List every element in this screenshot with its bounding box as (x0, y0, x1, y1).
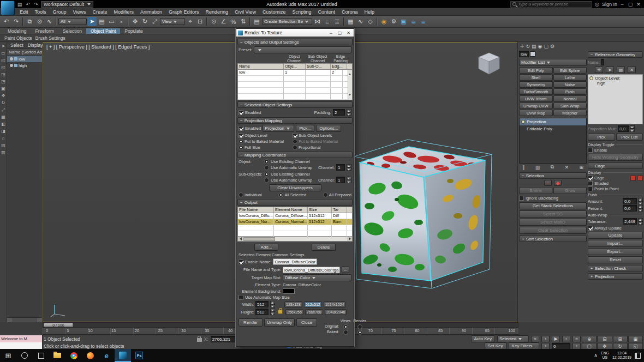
put-to-baked-material-radio[interactable] (238, 139, 243, 144)
previous-key-icon[interactable]: ‹ (541, 343, 550, 349)
lock-aspect-icon[interactable] (278, 310, 283, 314)
motion-tab-icon[interactable]: ◉ (538, 44, 542, 49)
minimize-window-icon[interactable]: – (619, 2, 625, 7)
edit-named-selections-icon[interactable]: ▤ (252, 17, 261, 26)
modifier-button[interactable]: Push (553, 88, 587, 95)
modifier-button[interactable]: Edit Spline (553, 67, 587, 74)
schematic-view-icon[interactable]: ◇ (366, 17, 375, 26)
start-button[interactable]: ⊞ (0, 349, 16, 362)
action-center-icon[interactable] (635, 353, 641, 359)
left-toolbar-icon[interactable]: ◱ (1, 65, 5, 70)
list-item[interactable]: high (7, 62, 42, 69)
rollout-cage[interactable]: − Cage (588, 162, 643, 169)
left-toolbar-icon[interactable]: ⤢ (2, 107, 5, 113)
percent-snap-icon[interactable]: % (229, 17, 238, 26)
next-key-icon[interactable]: › (573, 343, 581, 349)
snap-toggle-icon[interactable]: ⊙ (209, 17, 218, 26)
use-pivot-center-icon[interactable]: ⌖ (186, 17, 195, 26)
height-field[interactable]: 512 (255, 309, 269, 315)
object-level-checkbox[interactable] (238, 133, 243, 138)
vertex-select-icon[interactable]: ∴ (544, 180, 552, 186)
list-item[interactable]: low (7, 56, 42, 62)
element-background-swatch[interactable] (283, 288, 295, 294)
window-crossing-icon[interactable]: ▫ (117, 17, 126, 26)
signin-button[interactable]: Sign In (602, 2, 617, 7)
dialog-close-button[interactable]: ✕ (345, 31, 352, 35)
modifier-list-select[interactable]: Modifier List (519, 59, 587, 66)
menu-civil-view[interactable]: Civil View (231, 9, 259, 15)
tab-modeling[interactable]: Modeling (3, 28, 31, 34)
projection-enabled-checkbox[interactable] (238, 126, 243, 131)
cage-color-icon[interactable] (630, 176, 636, 180)
panel-brush-settings[interactable]: Brush Settings (35, 35, 65, 41)
left-toolbar-icon[interactable]: ↻ (2, 100, 5, 106)
chrome-icon[interactable] (65, 349, 82, 362)
select-sg-button[interactable]: Select SG (519, 210, 587, 218)
help-search-box[interactable] (510, 1, 592, 8)
pick-reference-icon[interactable]: ➤ (606, 67, 614, 73)
left-toolbar-icon[interactable]: ◳ (1, 79, 5, 85)
left-toolbar-icon[interactable]: ◧ (1, 122, 5, 127)
table-row-selected[interactable]: lowCorona_Nor... Corona_Normal... 512x51… (238, 219, 352, 225)
object-table-header[interactable]: Name Obje... Sub-O... Edg... (237, 63, 353, 69)
tab-freeform[interactable]: Freeform (31, 28, 58, 34)
search-icon[interactable] (16, 349, 33, 362)
select-move-icon[interactable]: ✥ (130, 17, 140, 26)
modifier-button[interactable]: Symmetry (519, 81, 553, 88)
rollout-selection-check[interactable]: + Selection Check (588, 265, 643, 272)
zoom-extents-icon[interactable]: ⊞ (613, 336, 628, 342)
select-object-icon[interactable]: ➤ (87, 17, 97, 26)
output-table-header[interactable]: File Name Element Name Size Tar (237, 207, 353, 213)
edge-icon[interactable]: e (98, 349, 115, 362)
dialog-maximize-button[interactable]: ▢ (336, 31, 343, 35)
stack-item-projection[interactable]: Projection (520, 118, 586, 125)
left-toolbar-icon[interactable]: ▤ (1, 143, 5, 148)
views-baked-radio[interactable] (343, 330, 348, 335)
search-input[interactable] (518, 2, 590, 7)
modifier-button[interactable]: Edit Poly (519, 67, 553, 74)
sub-channel-spinner[interactable] (347, 177, 351, 183)
visibility-icon[interactable] (10, 57, 13, 61)
current-time-field[interactable]: 0 (552, 343, 570, 349)
target-map-slot-select[interactable]: Diffuse Color (283, 274, 351, 281)
size-512-button[interactable]: 512x512 (304, 301, 322, 307)
individual-radio[interactable] (238, 192, 243, 197)
table-row[interactable]: low 1 2 (238, 70, 352, 76)
menu-customize[interactable]: Customize (259, 9, 289, 15)
menu-views[interactable]: Views (70, 9, 90, 15)
proportion-mult-spinner[interactable] (630, 125, 635, 132)
rendered-frame-window-icon[interactable]: ▣ (399, 17, 408, 26)
rollout-mapping-coordinates[interactable]: − Mapping Coordinates (237, 152, 353, 158)
configure-stack-icon[interactable]: ⊞ (579, 165, 583, 170)
update-button[interactable]: Update (588, 232, 643, 239)
rectangular-selection-icon[interactable]: ▭ (107, 17, 116, 26)
use-existing-channel-radio[interactable] (264, 159, 269, 164)
tab-populate[interactable]: Populate (120, 28, 147, 34)
modifier-enable-icon[interactable] (521, 120, 525, 124)
select-rotate-icon[interactable]: ↻ (140, 17, 150, 26)
menu-tools[interactable]: Tools (32, 9, 50, 15)
modify-tab-icon[interactable]: ↻ (526, 44, 530, 49)
layer-manager-icon[interactable]: ≣ (332, 17, 342, 26)
menu-modifiers[interactable]: Modifiers (110, 9, 137, 15)
proportion-mult-field[interactable]: 0,0 (618, 125, 629, 132)
curve-editor-icon[interactable]: ∿ (356, 17, 365, 26)
rollout-objects-output-settings[interactable]: − Objects and Output Settings (237, 39, 353, 45)
modifier-button[interactable]: TurboSmooth (519, 88, 553, 95)
auto-key-button[interactable]: Auto Key (471, 335, 495, 342)
width-field[interactable]: 512 (255, 301, 269, 307)
menu-animation[interactable]: Animation (137, 9, 165, 15)
material-editor-icon[interactable]: ◉ (379, 17, 389, 26)
align-icon[interactable]: ≡ (323, 17, 332, 26)
workspace-select[interactable]: Workspace: Default (41, 1, 93, 8)
menu-edit[interactable]: Edit (16, 9, 32, 15)
rollout-projection[interactable]: + Projection (588, 273, 643, 280)
amount-field[interactable]: 0,0 (623, 198, 637, 204)
menu-graph-editors[interactable]: Graph Editors (165, 9, 202, 15)
modifier-button[interactable]: Noise (553, 81, 587, 88)
hide-working-geometry-button[interactable]: Hide Working Geometry (588, 154, 643, 161)
named-selection-set-select[interactable]: Create Selection Se (262, 18, 312, 25)
angle-snap-icon[interactable]: ∠ (219, 17, 228, 26)
pick-projection-button[interactable]: Pick... (296, 125, 314, 132)
rollout-soft-selection[interactable]: + Soft Selection (519, 236, 587, 242)
